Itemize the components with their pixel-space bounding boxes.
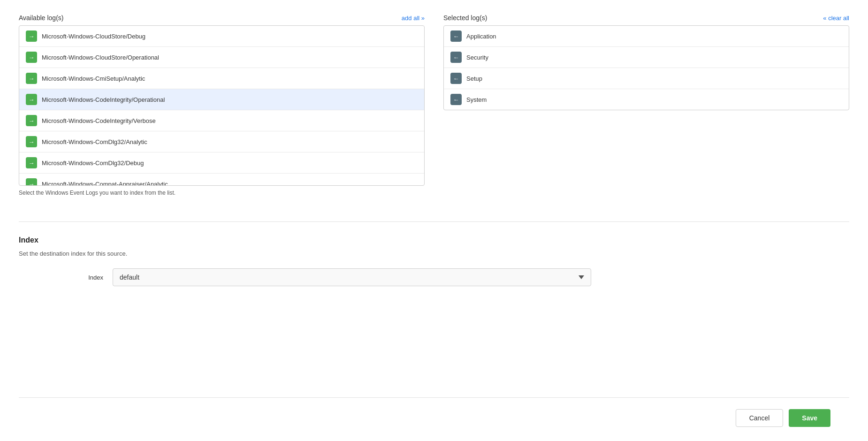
available-log-item[interactable]: →Microsoft-Windows-ComDlg32/Debug [19, 152, 424, 174]
index-label: Index [75, 274, 103, 281]
available-logs-header: Available log(s) add all » [19, 14, 425, 22]
available-log-label: Microsoft-Windows-ComDlg32/Analytic [42, 138, 147, 145]
available-log-item[interactable]: →Microsoft-Windows-Compat-Appraiser/Anal… [19, 174, 424, 185]
available-log-item[interactable]: →Microsoft-Windows-CodeIntegrity/Operati… [19, 89, 424, 110]
remove-log-arrow-icon[interactable]: ← [450, 30, 462, 42]
remove-log-arrow-icon[interactable]: ← [450, 52, 462, 63]
index-section-description: Set the destination index for this sourc… [19, 250, 849, 257]
selected-logs-title: Selected log(s) [443, 14, 487, 22]
available-logs-helper: Select the Windows Event Logs you want t… [19, 190, 425, 196]
selected-logs-scroll[interactable]: ←Application←Security←Setup←System [444, 26, 849, 110]
page-container: Available log(s) add all » →Microsoft-Wi… [0, 0, 868, 441]
available-log-label: Microsoft-Windows-Compat-Appraiser/Analy… [42, 181, 168, 186]
selected-logs-box: ←Application←Security←Setup←System [443, 25, 849, 110]
available-log-item[interactable]: →Microsoft-Windows-CmiSetup/Analytic [19, 68, 424, 89]
available-log-label: Microsoft-Windows-CmiSetup/Analytic [42, 75, 145, 82]
selected-log-label: Security [466, 54, 488, 61]
selected-log-label: Application [466, 33, 496, 40]
available-log-item[interactable]: →Microsoft-Windows-ComDlg32/Analytic [19, 131, 424, 152]
selected-log-item[interactable]: ←Application [444, 26, 849, 47]
footer-bar: Cancel Save [19, 397, 849, 427]
index-form-row: Index defaultmainsummary [75, 268, 591, 286]
selected-logs-header: Selected log(s) « clear all [443, 14, 849, 22]
clear-all-link[interactable]: « clear all [823, 15, 849, 22]
available-logs-box: →Microsoft-Windows-CloudStore/Debug→Micr… [19, 25, 425, 186]
available-logs-title: Available log(s) [19, 14, 63, 22]
available-logs-scroll[interactable]: →Microsoft-Windows-CloudStore/Debug→Micr… [19, 26, 424, 185]
remove-log-arrow-icon[interactable]: ← [450, 73, 462, 84]
available-log-label: Microsoft-Windows-CodeIntegrity/Verbose [42, 117, 156, 124]
add-log-arrow-icon[interactable]: → [26, 178, 37, 185]
selected-log-item[interactable]: ←System [444, 89, 849, 110]
index-section-title: Index [19, 236, 849, 244]
add-log-arrow-icon[interactable]: → [26, 94, 37, 105]
selected-logs-panel: Selected log(s) « clear all ←Application… [443, 14, 849, 196]
available-log-label: Microsoft-Windows-CodeIntegrity/Operatio… [42, 96, 165, 103]
add-log-arrow-icon[interactable]: → [26, 73, 37, 84]
available-log-item[interactable]: →Microsoft-Windows-CloudStore/Debug [19, 26, 424, 47]
selected-log-item[interactable]: ←Setup [444, 68, 849, 89]
selected-log-label: Setup [466, 75, 482, 82]
available-log-label: Microsoft-Windows-ComDlg32/Debug [42, 160, 144, 167]
available-log-label: Microsoft-Windows-CloudStore/Operational [42, 54, 159, 61]
save-button[interactable]: Save [789, 409, 830, 427]
available-log-item[interactable]: →Microsoft-Windows-CloudStore/Operationa… [19, 47, 424, 68]
selected-log-label: System [466, 96, 487, 103]
add-log-arrow-icon[interactable]: → [26, 30, 37, 42]
cancel-button[interactable]: Cancel [736, 409, 784, 427]
add-log-arrow-icon[interactable]: → [26, 115, 37, 126]
add-all-link[interactable]: add all » [402, 15, 425, 22]
add-log-arrow-icon[interactable]: → [26, 136, 37, 147]
log-selector: Available log(s) add all » →Microsoft-Wi… [19, 14, 849, 196]
available-log-label: Microsoft-Windows-CloudStore/Debug [42, 33, 145, 40]
remove-log-arrow-icon[interactable]: ← [450, 94, 462, 105]
selected-log-item[interactable]: ←Security [444, 47, 849, 68]
index-section: Index Set the destination index for this… [19, 236, 849, 286]
index-select[interactable]: defaultmainsummary [113, 268, 591, 286]
available-logs-panel: Available log(s) add all » →Microsoft-Wi… [19, 14, 425, 196]
add-log-arrow-icon[interactable]: → [26, 157, 37, 168]
section-divider [19, 221, 849, 222]
add-log-arrow-icon[interactable]: → [26, 52, 37, 63]
available-log-item[interactable]: →Microsoft-Windows-CodeIntegrity/Verbose [19, 110, 424, 131]
